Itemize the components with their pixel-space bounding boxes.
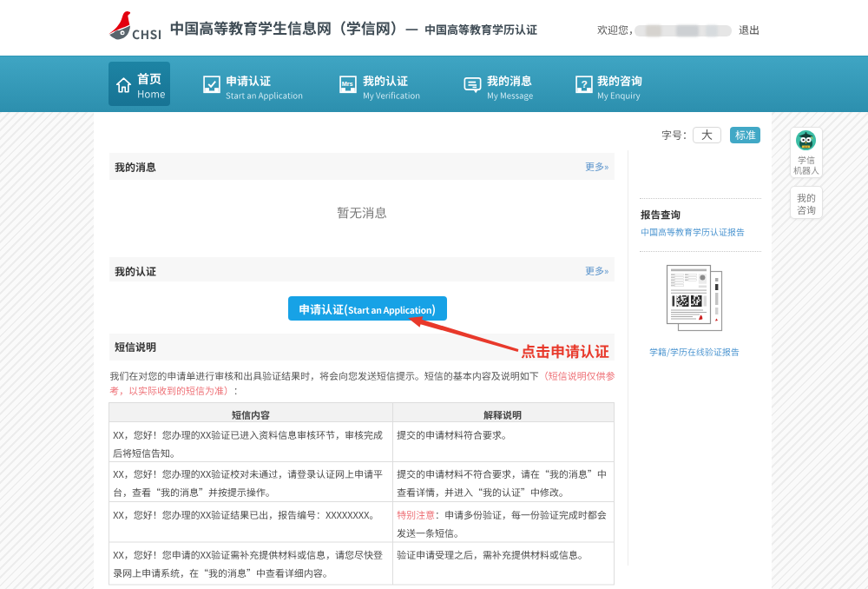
svg-text:Mrs: Mrs (342, 80, 353, 88)
svg-text:?: ? (582, 78, 588, 90)
